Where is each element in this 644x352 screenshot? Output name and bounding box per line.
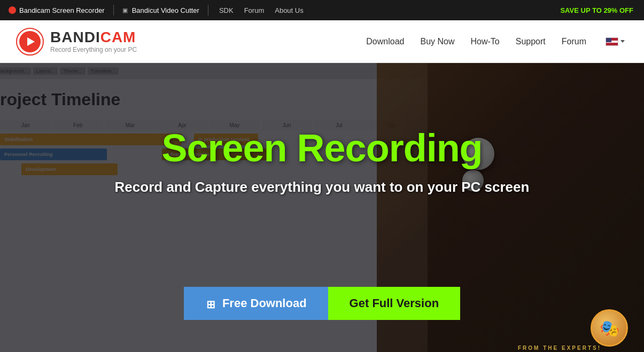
about-link[interactable]: About Us bbox=[273, 6, 305, 14]
hero-content: Screen Recording Record and Capture ever… bbox=[0, 127, 644, 195]
chevron-down-icon bbox=[620, 40, 625, 43]
logo-bandi: BANDI bbox=[50, 29, 100, 45]
bandicut-app-link[interactable]: ▣ Bandicut Video Cutter bbox=[122, 6, 199, 14]
hero-title: Screen Recording bbox=[0, 127, 644, 169]
bandicut-icon: ▣ bbox=[122, 7, 128, 14]
hero-buttons: Free Download Get Full Version bbox=[0, 287, 644, 320]
full-version-label: Get Full Version bbox=[350, 296, 439, 310]
sdk-link[interactable]: SDK bbox=[217, 6, 236, 14]
save-highlight: 29% OFF bbox=[603, 6, 633, 14]
bandicam-label: Bandicam Screen Recorder bbox=[19, 6, 105, 14]
top-bar: Bandicam Screen Recorder ▣ Bandicut Vide… bbox=[0, 0, 644, 20]
nav-bar: BANDICAM Record Everything on your PC Do… bbox=[0, 20, 644, 63]
full-version-button[interactable]: Get Full Version bbox=[328, 287, 460, 320]
logo-cam: CAM bbox=[100, 29, 136, 45]
logo-text: BANDICAM bbox=[50, 30, 137, 45]
logo-icon bbox=[16, 28, 44, 56]
experts-text: FROM THE EXPERTS! bbox=[518, 345, 601, 351]
hero-subtitle: Record and Capture everything you want t… bbox=[0, 179, 644, 195]
red-dot-icon bbox=[9, 6, 16, 14]
nav-download[interactable]: Download bbox=[366, 37, 404, 46]
save-prefix: SAVE UP TO bbox=[560, 6, 603, 14]
nav-links: Download Buy Now How-To Support Forum bbox=[366, 35, 628, 48]
logo-text-area: BANDICAM Record Everything on your PC bbox=[50, 30, 137, 53]
nav-forum[interactable]: Forum bbox=[562, 37, 586, 46]
language-selector[interactable] bbox=[602, 35, 628, 48]
expert-badge: 🎭 bbox=[591, 309, 633, 352]
free-download-button[interactable]: Free Download bbox=[184, 287, 328, 320]
bandicam-app-link[interactable]: Bandicam Screen Recorder bbox=[9, 6, 105, 14]
logo-play-icon bbox=[19, 31, 41, 52]
divider-1 bbox=[113, 5, 114, 15]
windows-icon bbox=[205, 298, 217, 309]
us-flag-icon bbox=[606, 37, 618, 46]
save-banner: SAVE UP TO 29% OFF bbox=[560, 6, 633, 14]
nav-support[interactable]: Support bbox=[516, 37, 546, 46]
logo-subtitle: Record Everything on your PC bbox=[50, 46, 137, 53]
forum-link[interactable]: Forum bbox=[242, 6, 267, 14]
logo[interactable]: BANDICAM Record Everything on your PC bbox=[16, 28, 137, 56]
hero-section: Background... Layout... Theme... Transit… bbox=[0, 63, 644, 352]
divider-2 bbox=[208, 5, 208, 15]
bandicut-label: Bandicut Video Cutter bbox=[132, 6, 199, 14]
free-download-label: Free Download bbox=[222, 296, 307, 310]
nav-howto[interactable]: How-To bbox=[470, 37, 499, 46]
expert-circle-icon: 🎭 bbox=[591, 309, 628, 347]
nav-buynow[interactable]: Buy Now bbox=[420, 37, 454, 46]
